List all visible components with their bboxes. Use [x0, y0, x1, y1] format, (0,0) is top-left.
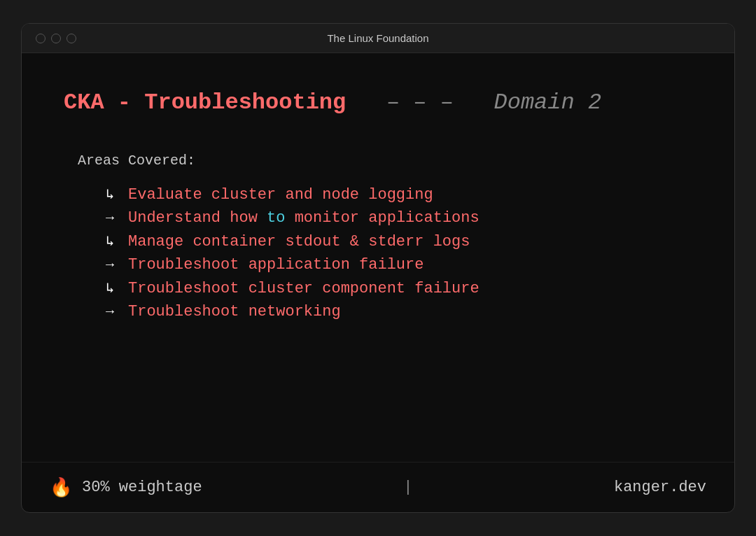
- arrow-icon: ↳: [106, 232, 120, 250]
- arrow-icon: ↳: [106, 279, 120, 297]
- item-text: Manage container stdout & stderr logs: [128, 233, 470, 251]
- list-item: → Troubleshoot networking: [106, 303, 692, 320]
- main-content: CKA - Troubleshooting – – – Domain 2 Are…: [22, 53, 734, 462]
- title-cka: CKA - Troubleshooting: [64, 90, 346, 115]
- footer-left: 🔥 30% weightage: [50, 477, 202, 498]
- list-item: → Understand how to monitor applications: [106, 209, 692, 227]
- list-item: → Troubleshoot application failure: [106, 256, 692, 274]
- close-button[interactable]: [36, 34, 46, 43]
- arrow-icon: →: [106, 304, 120, 320]
- item-text: Evaluate cluster and node logging: [128, 186, 433, 204]
- weightage-text: 30% weightage: [82, 479, 202, 496]
- title-bar: The Linux Foundation: [22, 24, 734, 53]
- list-item: ↳ Troubleshoot cluster component failure: [106, 279, 692, 297]
- footer-brand: kanger.dev: [614, 479, 706, 496]
- areas-list: ↳ Evaluate cluster and node logging → Un…: [106, 185, 692, 320]
- page-title: CKA - Troubleshooting – – – Domain 2: [64, 88, 692, 118]
- item-text: Troubleshoot application failure: [128, 256, 424, 274]
- footer: 🔥 30% weightage | kanger.dev: [22, 462, 734, 512]
- terminal-window: The Linux Foundation CKA - Troubleshooti…: [21, 23, 735, 513]
- item-text: Understand how to monitor applications: [128, 209, 479, 227]
- arrow-icon: ↳: [106, 185, 120, 203]
- footer-divider: |: [403, 479, 412, 496]
- item-text: Troubleshoot networking: [128, 303, 341, 320]
- title-domain: Domain 2: [494, 90, 602, 115]
- window-controls: [36, 34, 76, 43]
- minimize-button[interactable]: [51, 34, 61, 43]
- maximize-button[interactable]: [66, 34, 76, 43]
- areas-label: Areas Covered:: [78, 153, 692, 169]
- title-separator: – – –: [359, 90, 480, 115]
- arrow-icon: →: [106, 210, 120, 226]
- list-item: ↳ Manage container stdout & stderr logs: [106, 232, 692, 251]
- fire-icon: 🔥: [50, 477, 72, 498]
- areas-section: Areas Covered: ↳ Evaluate cluster and no…: [64, 153, 692, 434]
- list-item: ↳ Evaluate cluster and node logging: [106, 185, 692, 204]
- arrow-icon: →: [106, 257, 120, 273]
- window-title: The Linux Foundation: [327, 32, 428, 44]
- item-text: Troubleshoot cluster component failure: [128, 280, 479, 297]
